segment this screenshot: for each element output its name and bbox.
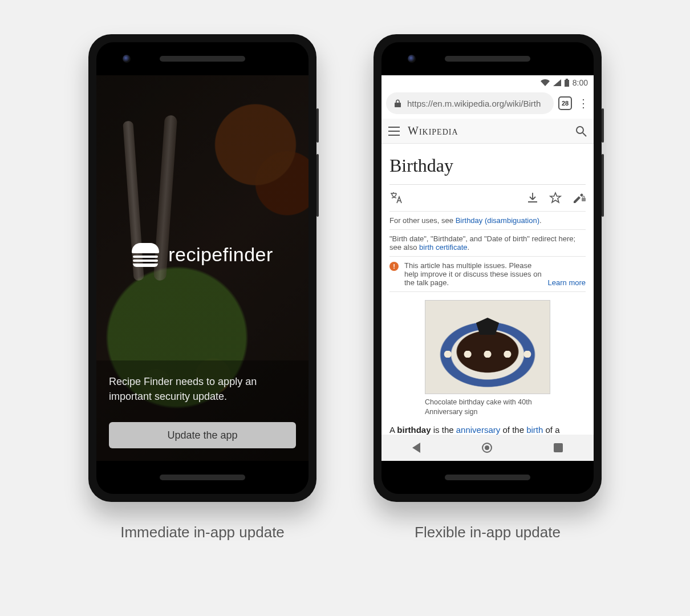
svg-rect-3	[566, 79, 568, 80]
lead-paragraph: A birthday is the anniversary of the bir…	[389, 424, 586, 435]
caption-right: Flexible in-app update	[415, 524, 561, 541]
svg-point-4	[577, 127, 583, 133]
star-icon[interactable]	[549, 192, 562, 204]
caption-left: Immediate in-app update	[120, 524, 285, 541]
earpiece	[160, 56, 245, 62]
burger-icon	[132, 241, 159, 268]
wiki-header: Wikipedia	[381, 119, 594, 144]
app-brand-name: recipefinder	[168, 244, 273, 266]
lock-icon	[394, 99, 401, 108]
nav-recents-button[interactable]	[554, 443, 563, 452]
hamburger-icon[interactable]	[388, 127, 400, 136]
article-title: Birthday	[389, 155, 586, 176]
nav-back-button[interactable]	[412, 443, 420, 453]
article-issues-box: ! This article has multiple issues. Plea…	[389, 256, 586, 292]
language-icon[interactable]	[389, 192, 403, 204]
battery-icon	[565, 79, 569, 87]
article-body: Birthday	[381, 144, 594, 435]
link-birth-certificate[interactable]: birth certificate	[419, 243, 468, 252]
status-bar: 8:00	[381, 75, 594, 90]
front-camera	[123, 55, 131, 63]
tab-switcher-button[interactable]: 28	[558, 96, 572, 110]
bottom-speaker	[160, 475, 245, 480]
update-panel: Recipe Finder needs to apply an importan…	[96, 360, 309, 461]
issues-text: This article has multiple issues. Please…	[404, 261, 542, 287]
phone-right: 8:00 https://en.m.wikipedia.org/wiki/Bir…	[374, 34, 602, 502]
figure-caption: Chocolate birthday cake with 40th Annive…	[425, 398, 550, 417]
hatnote-disambiguation: For other uses, see Birthday (disambigua…	[389, 211, 586, 229]
article-lead-image[interactable]	[425, 300, 550, 394]
url-text: https://en.m.wikipedia.org/wiki/Birth	[407, 99, 541, 108]
article-action-row	[389, 191, 586, 211]
update-app-button[interactable]: Update the app	[109, 422, 296, 448]
front-camera	[408, 55, 416, 63]
wikipedia-logo[interactable]: Wikipedia	[408, 124, 458, 137]
wifi-icon	[541, 79, 550, 86]
search-icon[interactable]	[575, 125, 587, 137]
phone-left: 8:00 recipefinder Recipe Finder needs to…	[88, 34, 316, 502]
browser-menu-button[interactable]: ⋮	[577, 98, 590, 109]
tab-count: 28	[562, 100, 569, 107]
bottom-speaker	[445, 475, 530, 480]
update-message: Recipe Finder needs to apply an importan…	[109, 374, 296, 404]
link-birth[interactable]: birth	[526, 425, 543, 435]
link-disambiguation[interactable]: Birthday (disambiguation)	[456, 216, 539, 225]
status-time: 8:00	[573, 78, 588, 87]
warning-icon: !	[389, 262, 399, 271]
hatnote-redirect: "Birth date", "Birthdate", and "Date of …	[389, 229, 586, 256]
browser-toolbar: https://en.m.wikipedia.org/wiki/Birth 28…	[381, 90, 594, 119]
screen-recipe-app: 8:00 recipefinder Recipe Finder needs to…	[96, 75, 309, 461]
nav-home-button[interactable]	[482, 443, 492, 453]
learn-more-link[interactable]: Learn more	[548, 278, 586, 287]
svg-line-5	[583, 133, 586, 136]
cell-signal-icon	[553, 79, 561, 86]
download-icon[interactable]	[526, 192, 539, 204]
link-anniversary[interactable]: anniversary	[456, 425, 501, 435]
earpiece	[445, 56, 530, 62]
svg-rect-6	[582, 198, 586, 201]
android-nav-bar	[381, 435, 594, 461]
edit-locked-icon[interactable]	[572, 192, 586, 204]
url-bar[interactable]: https://en.m.wikipedia.org/wiki/Birth	[386, 92, 554, 114]
svg-rect-2	[565, 80, 569, 87]
